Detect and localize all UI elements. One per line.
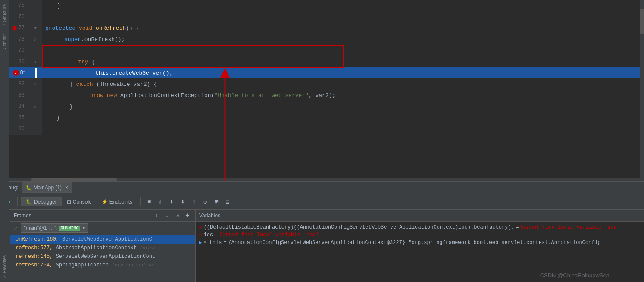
left-sidebar: Z-Structure Commit 2: Favorites (0, 0, 9, 282)
content-75: } (42, 0, 644, 11)
var-error-icon-1: ⊘ (199, 232, 202, 238)
debug-content: ▶ ⏸ ■ ⬤ ✱ Frames ↑ ↓ ⊿ + (0, 210, 644, 282)
endpoints-icon: ⚡ (101, 199, 108, 205)
gutter-78: ▷ (29, 34, 42, 45)
thread-dropdown[interactable]: "main"@1 i...": RUNNING ▾ (21, 223, 88, 233)
line-num-76: 76 (9, 11, 29, 22)
var-eq-0: = (516, 224, 519, 230)
line-75: 75 } (9, 0, 644, 11)
frames-filter-btn[interactable]: ⊿ (173, 211, 181, 220)
gutter-85 (29, 112, 42, 123)
debug-tab-mainapp[interactable]: 🐛 MainApp (1) × (22, 182, 72, 193)
v-scrollbar-thumb[interactable] (640, 9, 644, 34)
cursor-81 (35, 68, 37, 78)
line-num-86: 86 (9, 123, 29, 135)
variables-list: ⊘ ((DefaultListableBeanFactory)((Annotat… (196, 222, 644, 282)
line-84: 84 ▷ } (9, 101, 644, 112)
step-over-up-btn[interactable]: ⇧ (155, 197, 166, 207)
line-num-85: 85 (9, 112, 29, 123)
frames-add-btn[interactable]: + (183, 211, 192, 220)
endpoints-label: Endpoints (109, 199, 132, 205)
content-77: protected void onRefresh() { (42, 22, 644, 34)
fold-78[interactable]: ▷ (33, 37, 38, 42)
line-num-81: ✓81 (9, 67, 29, 78)
line-81: ✓81 this.createWebServer(); (9, 67, 644, 78)
frame-class-1: AbstractApplicationContext (56, 245, 140, 251)
frames-down-btn[interactable]: ↓ (163, 211, 171, 220)
step-into-down-btn[interactable]: ⬇ (166, 197, 177, 207)
content-79 (42, 45, 644, 56)
list-btn[interactable]: ≡ (144, 197, 154, 207)
content-84: } (42, 101, 644, 112)
tab-endpoints[interactable]: ⚡ Endpoints (97, 198, 137, 206)
line-num-78: 78 (9, 34, 29, 45)
var-value-1: Cannot find local variable 'ioc' (219, 232, 319, 238)
frame-item-0[interactable]: onRefresh:160, ServeletWebServerApplicat… (10, 235, 195, 244)
debug-tab-icon: 🐛 (26, 185, 32, 191)
content-76 (42, 11, 644, 22)
main-container: Z-Structure Commit 2: Favorites 75 } 76 (0, 0, 644, 282)
sidebar-tab-favorites[interactable]: 2: Favorites (1, 251, 8, 282)
frames-list: onRefresh:160, ServeletWebServerApplicat… (10, 235, 195, 282)
variables-header: Variables (196, 210, 644, 222)
frame-item-3[interactable]: refresh:754, SpringApplication (org.spri… (10, 261, 195, 269)
fold-77[interactable]: ▽ (33, 25, 38, 31)
line-85: 85 } (9, 112, 644, 123)
fold-80[interactable]: ▷ (33, 59, 38, 64)
thread-check-icon: ✓ (14, 225, 17, 232)
frame-class-0: ServeletWebServerApplicationC (62, 236, 152, 242)
frames-grid-btn[interactable]: ⊞ (211, 197, 222, 207)
fold-82[interactable]: ▷ (33, 81, 38, 87)
sidebar-tab-commit[interactable]: Commit (1, 30, 8, 53)
variables-panel: Variables ⊘ ((DefaultListableBeanFactory… (196, 210, 644, 282)
var-value-0: Cannot find local variable 'ioc (521, 224, 617, 230)
v-scrollbar[interactable] (640, 0, 644, 181)
fold-84[interactable]: ▷ (33, 104, 38, 109)
line-79: 79 (9, 45, 644, 56)
line-num-82: 82 (9, 78, 29, 90)
frame-item-2[interactable]: refresh:145, ServeletWebServerApplicatio… (10, 252, 195, 261)
line-80: 80 ▷ try { (9, 56, 644, 67)
line-num-79: 79 (9, 45, 29, 56)
variables-title: Variables (199, 213, 220, 219)
frame-item-1[interactable]: refresh:577, AbstractApplicationContext … (10, 244, 195, 252)
frames-toolbar: ↑ ↓ ⊿ + (152, 211, 192, 220)
gutter-77: ▽ (29, 22, 42, 34)
var-name-0: ((DefaultListableBeanFactory)((Annotatio… (204, 224, 514, 230)
line-82: 82 ▷ } catch (Throwable var2) { (9, 78, 644, 90)
frame-method-3: refresh:754, (16, 262, 56, 268)
line-num-80: 80 (9, 56, 29, 67)
debug-tab-close[interactable]: × (65, 185, 68, 191)
thread-status-badge: RUNNING (59, 226, 80, 231)
line-78: 78 ▷ super.onRefresh(); (9, 34, 644, 45)
thread-name: "main"@1 i...": (24, 225, 57, 231)
gutter-76 (29, 11, 42, 22)
var-name-1: ioc (204, 232, 213, 238)
var-expand-icon-2[interactable]: ▶ (199, 240, 202, 245)
step-out-btn2[interactable]: ⬆ (189, 197, 199, 207)
frames-up-btn[interactable]: ↑ (152, 211, 161, 220)
gutter-83 (29, 90, 42, 101)
tab-console[interactable]: ⊡ Console (63, 198, 96, 206)
debugger-icon: 🐛 (26, 199, 32, 205)
frame-class-3: SpringApplication (56, 262, 112, 268)
h-scrollbar[interactable] (9, 178, 640, 181)
var-value-2: {AnnotationConfigServletWebServerApplica… (228, 240, 601, 246)
gutter-81 (29, 67, 42, 78)
gutter-84: ▷ (29, 101, 42, 112)
line-num-75: 75 (9, 0, 29, 11)
var-error-icon-0: ⊘ (199, 224, 202, 230)
settings-btn2[interactable]: ≣ (222, 197, 233, 207)
frame-class-2: ServeletWebServerApplicationCont (56, 254, 155, 260)
var-eq-2: = (223, 240, 226, 246)
run-to-cursor-btn2[interactable]: ↺ (200, 197, 210, 207)
frames-panel: Frames ↑ ↓ ⊿ + ✓ "main"@1 i...": RUNNING… (10, 210, 196, 282)
var-item-2: ▶ ≡ this = {AnnotationConfigServletWebSe… (196, 239, 644, 247)
gutter-79 (29, 45, 42, 56)
sidebar-tab-structure[interactable]: Z-Structure (1, 0, 8, 30)
step-into-force-btn[interactable]: ⬇ (178, 197, 188, 207)
tab-debugger[interactable]: 🐛 Debugger (21, 197, 62, 206)
h-scrollbar-thumb[interactable] (31, 178, 117, 181)
line-76: 76 (9, 11, 644, 22)
gutter-80: ▷ (29, 56, 42, 67)
